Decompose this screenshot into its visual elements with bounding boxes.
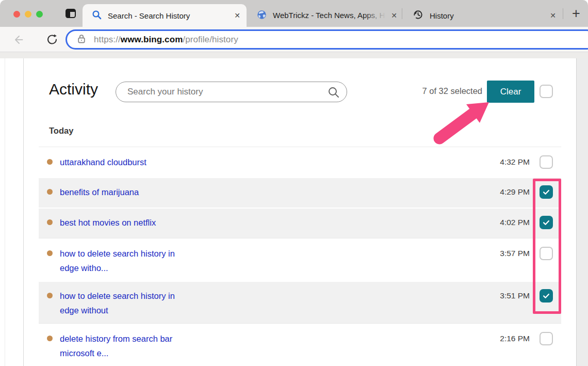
url-text: https://www.bing.com/profile/history bbox=[94, 35, 238, 45]
history-query-link[interactable]: uttarakhand cloudburst bbox=[60, 155, 146, 169]
history-row: best hot movies on netflix4:02 PM bbox=[39, 208, 561, 238]
lock-icon bbox=[76, 33, 87, 46]
history-time: 3:51 PM bbox=[500, 289, 530, 303]
page-title: Activity bbox=[49, 81, 98, 98]
window-controls bbox=[13, 11, 43, 18]
history-query-link[interactable]: how to delete search history in edge wit… bbox=[60, 246, 187, 275]
scrollbar-track[interactable] bbox=[576, 58, 588, 366]
history-time: 4:32 PM bbox=[500, 155, 530, 169]
close-tab-icon[interactable]: ✕ bbox=[391, 11, 397, 20]
tab-title: WebTrickz - Tech News, Apps, H bbox=[273, 11, 385, 20]
globe-favicon-icon bbox=[257, 10, 267, 22]
close-window-button[interactable] bbox=[13, 11, 20, 18]
search-input[interactable] bbox=[127, 82, 323, 102]
selection-status: 7 of 32 selected bbox=[422, 86, 483, 96]
history-query-link[interactable]: how to delete search history in edge wit… bbox=[60, 289, 187, 317]
history-search-box bbox=[116, 82, 347, 102]
section-header-today: Today bbox=[49, 126, 73, 136]
browser-window: Search - Search History ✕ WebTrickz - Te… bbox=[0, 0, 588, 366]
url-scheme: https:// bbox=[94, 35, 121, 44]
history-list: uttarakhand cloudburst4:32 PMbenefits of… bbox=[39, 147, 561, 366]
result-dot-icon bbox=[47, 336, 53, 341]
history-time: 2:16 PM bbox=[500, 331, 530, 346]
tab-bar: Search - Search History ✕ WebTrickz - Te… bbox=[0, 0, 588, 27]
history-query-link[interactable]: benefits of marijuana bbox=[60, 185, 139, 199]
clear-button[interactable]: Clear bbox=[487, 81, 534, 103]
annotation-highlight-rectangle bbox=[533, 179, 561, 314]
page-left-divider bbox=[23, 58, 24, 366]
history-time: 4:29 PM bbox=[500, 185, 530, 199]
new-tab-button[interactable]: + bbox=[566, 5, 586, 22]
history-time: 3:57 PM bbox=[500, 246, 530, 261]
history-clock-icon bbox=[413, 9, 423, 22]
minimize-window-button[interactable] bbox=[25, 11, 31, 18]
tab-title: Search - Search History bbox=[108, 11, 229, 20]
browser-toolbar: https://www.bing.com/profile/history bbox=[0, 27, 588, 52]
search-icon[interactable] bbox=[328, 86, 340, 101]
page-left-divider bbox=[5, 58, 5, 366]
bing-search-icon bbox=[92, 10, 102, 22]
history-row: delete history from search bar microsoft… bbox=[39, 323, 561, 366]
close-tab-icon[interactable]: ✕ bbox=[550, 11, 556, 20]
url-path: /profile/history bbox=[183, 35, 238, 44]
result-dot-icon bbox=[47, 293, 53, 298]
history-query-link[interactable]: delete history from search bar microsoft… bbox=[60, 331, 187, 360]
select-all-checkbox[interactable] bbox=[540, 85, 553, 98]
result-dot-icon bbox=[47, 189, 53, 195]
history-row: how to delete search history in edge wit… bbox=[39, 281, 561, 323]
history-item-checkbox[interactable] bbox=[540, 332, 553, 345]
history-time: 4:02 PM bbox=[500, 215, 530, 230]
url-host: www.bing.com bbox=[121, 35, 183, 44]
zoom-window-button[interactable] bbox=[36, 11, 43, 18]
history-query-link[interactable]: best hot movies on netflix bbox=[60, 215, 156, 230]
result-dot-icon bbox=[47, 219, 53, 225]
activity-header: Activity 7 of 32 selected Clear Today bbox=[39, 58, 561, 147]
history-row: uttarakhand cloudburst4:32 PM bbox=[39, 147, 561, 177]
history-row: benefits of marijuana4:29 PM bbox=[39, 177, 561, 208]
tab-title: History bbox=[430, 11, 545, 20]
history-item-checkbox[interactable] bbox=[540, 155, 553, 169]
history-row: how to delete search history in edge wit… bbox=[39, 238, 561, 281]
tab-overview-icon[interactable] bbox=[65, 8, 76, 19]
address-bar[interactable]: https://www.bing.com/profile/history bbox=[66, 29, 588, 50]
result-dot-icon bbox=[47, 250, 53, 256]
back-icon[interactable] bbox=[12, 34, 25, 48]
page-header-strip bbox=[0, 52, 588, 58]
tab-search-history[interactable]: Search - Search History ✕ bbox=[83, 4, 247, 27]
tab-webtrickz[interactable]: WebTrickz - Tech News, Apps, H ✕ bbox=[249, 4, 401, 27]
activity-panel: Activity 7 of 32 selected Clear Today ut… bbox=[39, 58, 561, 366]
close-tab-icon[interactable]: ✕ bbox=[234, 11, 240, 20]
tab-separator bbox=[563, 8, 563, 19]
reload-icon[interactable] bbox=[46, 34, 58, 47]
tab-history[interactable]: History ✕ bbox=[402, 4, 562, 27]
result-dot-icon bbox=[47, 159, 53, 165]
